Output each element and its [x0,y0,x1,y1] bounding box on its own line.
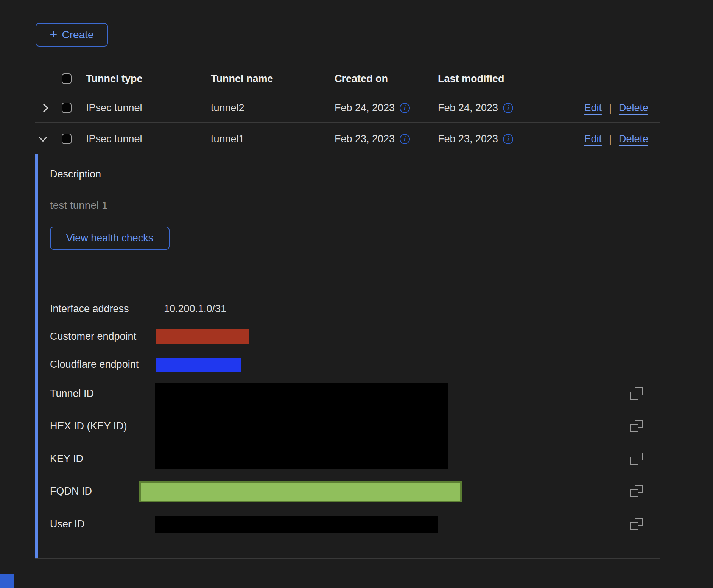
tunnel-name-cell: tunnel2 [211,103,244,113]
last-modified-cell: Feb 24, 2023 i [438,103,513,113]
copy-icon[interactable] [630,518,643,530]
info-icon[interactable]: i [503,103,513,113]
copy-icon-front-square [630,424,638,432]
create-button-label: Create [62,29,93,41]
action-separator: | [609,103,612,113]
row-actions: Edit | Delete [584,103,648,113]
action-separator: | [609,134,612,144]
description-label: Description [50,169,101,179]
interface-address-label: Interface address [50,303,129,314]
view-health-checks-button[interactable]: View health checks [50,227,170,250]
create-button[interactable]: + Create [36,23,108,47]
row-checkbox-tunnel2[interactable] [62,103,72,113]
row-actions: Edit | Delete [584,134,648,144]
expand-chevron-right-icon[interactable] [39,103,48,112]
row-checkbox-tunnel1[interactable] [62,134,72,144]
created-on-cell: Feb 24, 2023 i [335,103,410,113]
expanded-row-bottom-divider [35,558,660,559]
cloudflare-endpoint-redacted-value [156,358,241,372]
select-all-checkbox[interactable] [62,73,72,84]
created-on-date: Feb 23, 2023 [335,134,395,144]
copy-icon[interactable] [630,387,643,400]
plus-icon: + [50,28,58,40]
fqdn-id-redacted-value [139,481,462,502]
created-on-date: Feb 24, 2023 [335,103,395,113]
description-value: test tunnel 1 [50,200,108,211]
tunnel-type-cell: IPsec tunnel [86,134,142,144]
info-icon[interactable]: i [400,103,410,113]
header-divider [35,92,660,92]
tunnels-page: + Create Tunnel type Tunnel name Created… [0,0,713,588]
ids-redacted-values [155,383,448,469]
user-id-label: User ID [50,519,85,529]
info-icon[interactable]: i [400,134,410,144]
delete-link[interactable]: Delete [619,134,648,144]
last-modified-cell: Feb 23, 2023 i [438,134,513,144]
fqdn-id-label: FQDN ID [50,486,92,496]
copy-icon-front-square [630,522,638,530]
tunnel-name-cell: tunnel1 [211,134,244,144]
panel-divider [50,275,646,275]
row-divider [35,122,660,123]
delete-link[interactable]: Delete [619,103,648,113]
last-modified-date: Feb 24, 2023 [438,103,498,113]
copy-icon-front-square [630,392,638,400]
copy-icon[interactable] [630,485,643,497]
interface-address-value: 10.200.1.0/31 [164,303,226,314]
column-header-tunnel-name: Tunnel name [211,73,273,84]
column-header-last-modified: Last modified [438,73,504,84]
copy-icon-front-square [630,457,638,465]
hex-id-label: HEX ID (KEY ID) [50,421,127,431]
edit-link[interactable]: Edit [584,134,602,144]
column-header-created-on: Created on [335,73,388,84]
info-icon[interactable]: i [503,134,513,144]
customer-endpoint-redacted-value [156,329,249,344]
column-header-tunnel-type: Tunnel type [86,73,143,84]
cloudflare-endpoint-label: Cloudflare endpoint [50,359,139,370]
copy-icon[interactable] [630,453,643,465]
copy-icon-front-square [630,489,638,497]
last-modified-date: Feb 23, 2023 [438,134,498,144]
key-id-label: KEY ID [50,453,83,464]
collapse-chevron-down-icon[interactable] [38,132,47,142]
tunnel-type-cell: IPsec tunnel [86,103,142,113]
expanded-row-accent-bar [35,154,38,559]
created-on-cell: Feb 23, 2023 i [335,134,410,144]
blue-fragment [0,574,14,588]
edit-link[interactable]: Edit [584,103,602,113]
copy-icon[interactable] [630,420,643,432]
customer-endpoint-label: Customer endpoint [50,331,136,342]
user-id-redacted-value [155,516,438,533]
tunnel-id-label: Tunnel ID [50,388,94,399]
